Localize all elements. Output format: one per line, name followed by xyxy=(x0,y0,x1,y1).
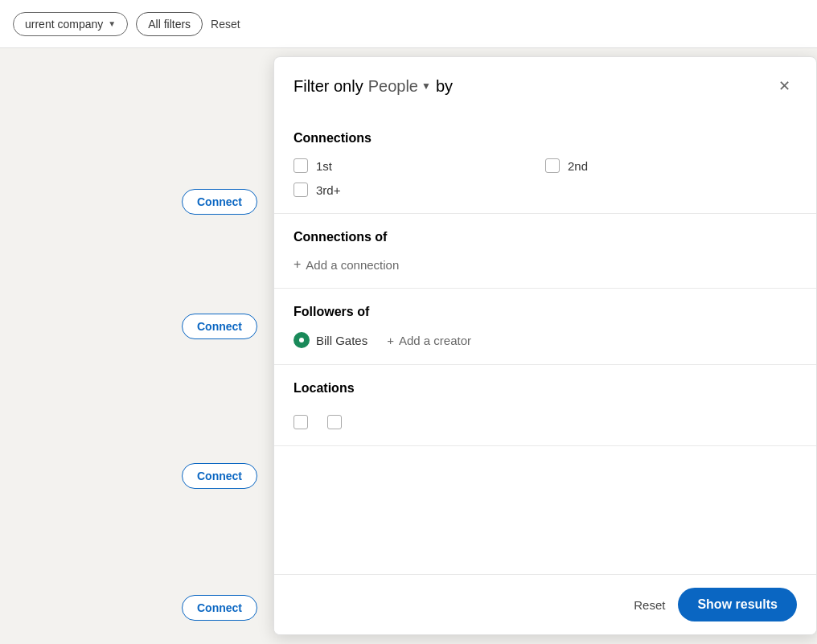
filter-only-label: Filter only xyxy=(294,77,363,96)
connect-button-4[interactable]: Connect xyxy=(182,595,257,621)
plus-icon: + xyxy=(294,257,301,272)
connections-of-title: Connections of xyxy=(294,230,797,244)
checkbox-2nd-row: 2nd xyxy=(545,158,797,173)
add-connection-label: Add a connection xyxy=(306,258,399,272)
checkbox-3rd[interactable] xyxy=(294,183,308,197)
add-creator-label: Add a creator xyxy=(399,334,471,347)
checkbox-3rd-row: 3rd+ xyxy=(294,183,545,197)
checkbox-1st[interactable] xyxy=(294,158,308,173)
locations-title: Locations xyxy=(294,381,797,396)
checkbox-1st-row: 1st xyxy=(294,158,545,173)
connect-button-row-2: Connect xyxy=(182,314,257,339)
add-connection-button[interactable]: + Add a connection xyxy=(294,257,797,272)
checkbox-3rd-label: 3rd+ xyxy=(316,183,340,197)
connections-options: 1st 2nd 3rd+ xyxy=(294,158,797,197)
connections-title: Connections xyxy=(294,131,797,146)
current-company-label: urrent company xyxy=(25,18,103,31)
connect-button-row-4: Connect xyxy=(182,595,257,621)
radio-bill-gates[interactable] xyxy=(294,332,310,348)
connect-button-3[interactable]: Connect xyxy=(182,463,257,489)
connect-button-row-1: Connect xyxy=(182,189,257,215)
checkbox-2nd[interactable] xyxy=(545,158,560,173)
filter-panel: Filter only People ▼ by ✕ Connections 1s… xyxy=(273,56,817,635)
people-dropdown[interactable]: People ▼ xyxy=(368,77,431,96)
locations-section: Locations xyxy=(274,365,816,446)
connections-of-section: Connections of + Add a connection xyxy=(274,214,816,289)
connect-button-2[interactable]: Connect xyxy=(182,314,257,339)
locations-preview xyxy=(294,408,797,429)
connect-button-1[interactable]: Connect xyxy=(182,189,257,215)
followers-of-section: Followers of Bill Gates + Add a creator xyxy=(274,289,816,365)
add-creator-button[interactable]: + Add a creator xyxy=(387,334,471,347)
chevron-down-icon: ▼ xyxy=(108,19,116,28)
show-results-button[interactable]: Show results xyxy=(678,588,797,621)
panel-content: Connections 1st 2nd 3rd+ Connections of xyxy=(274,115,816,574)
all-filters-chip[interactable]: All filters xyxy=(136,12,203,36)
footer-reset-button[interactable]: Reset xyxy=(634,598,665,612)
add-creator-plus-icon: + xyxy=(387,334,394,347)
followers-row: Bill Gates + Add a creator xyxy=(294,332,797,348)
follower-item-bill-gates: Bill Gates xyxy=(294,332,367,348)
by-label: by xyxy=(436,77,453,96)
all-filters-label: All filters xyxy=(148,18,191,31)
panel-header: Filter only People ▼ by ✕ xyxy=(274,57,816,115)
connections-section: Connections 1st 2nd 3rd+ xyxy=(274,115,816,214)
bill-gates-label: Bill Gates xyxy=(316,334,367,347)
followers-of-title: Followers of xyxy=(294,305,797,319)
panel-footer: Reset Show results xyxy=(274,574,816,634)
checkbox-1st-label: 1st xyxy=(316,159,332,173)
location-checkbox-1[interactable] xyxy=(294,415,308,429)
top-bar: urrent company ▼ All filters Reset xyxy=(0,0,817,48)
reset-button[interactable]: Reset xyxy=(211,18,240,31)
location-checkbox-2[interactable] xyxy=(327,415,342,429)
close-button[interactable]: ✕ xyxy=(771,73,797,99)
people-label: People xyxy=(368,77,418,96)
connect-button-row-3: Connect xyxy=(182,463,257,489)
results-list: Connect Connect Connect Connect xyxy=(0,48,273,644)
current-company-filter[interactable]: urrent company ▼ xyxy=(13,12,128,36)
checkbox-2nd-label: 2nd xyxy=(568,159,588,173)
people-chevron-icon: ▼ xyxy=(421,80,431,92)
